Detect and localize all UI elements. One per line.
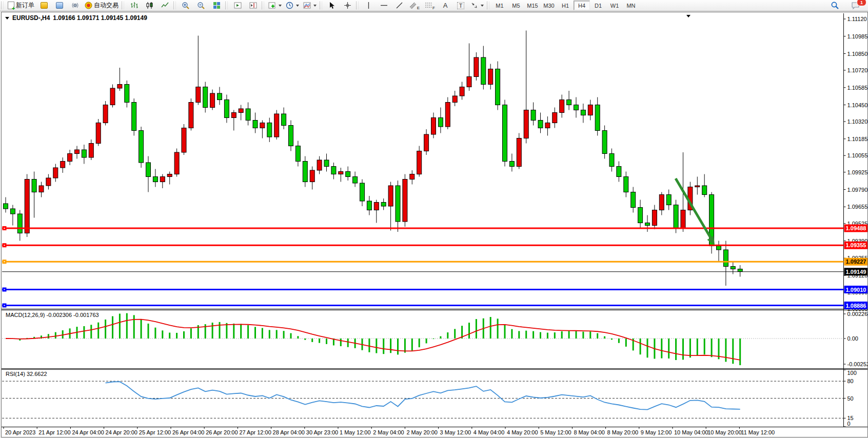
toolbar-grip (356, 2, 359, 9)
candle-up (182, 128, 186, 153)
time-tick-label: 8 May 04:00 (574, 429, 605, 435)
label-tool-icon: T (457, 2, 465, 9)
bars-chart-button[interactable] (126, 0, 142, 11)
line-handle-dot (4, 228, 5, 229)
zoom-out-button[interactable] (193, 0, 209, 11)
line-handle-dot (4, 289, 5, 290)
time-tick-label: 30 Apr 23:00 (306, 429, 338, 435)
signals-button[interactable] (67, 0, 83, 11)
candle-down (595, 105, 600, 131)
chart-shift-button[interactable] (245, 0, 261, 11)
toolbar-grip (1, 2, 4, 9)
candle-down (282, 114, 286, 126)
timeframe-d1-button[interactable]: D1 (590, 1, 606, 10)
toolbar-grip (225, 2, 228, 9)
cursor-button[interactable] (324, 0, 340, 11)
candles-chart-icon (146, 2, 153, 9)
line-chart-button[interactable] (157, 0, 172, 11)
tile-windows-button[interactable] (209, 0, 224, 11)
candle-down (567, 100, 571, 105)
crosshair-button[interactable] (340, 0, 355, 11)
rsi-tick-label: 80 (847, 378, 854, 384)
timeframe-h4-button[interactable]: H4 (574, 1, 590, 10)
candle-up (189, 103, 193, 128)
trendline-button[interactable] (391, 0, 407, 11)
candle-down (503, 105, 507, 162)
candle-down (132, 103, 136, 131)
line-handle-dot (4, 305, 5, 306)
chart-window[interactable]: 1.111201.109851.108501.107201.105851.104… (1, 12, 868, 437)
fibonacci-button[interactable]: F (422, 0, 438, 11)
candle-down (609, 154, 614, 167)
candle-up (467, 77, 471, 87)
channel-icon (409, 2, 417, 9)
terminal-button[interactable] (52, 0, 67, 11)
chart-background (2, 12, 867, 437)
time-tick-label: 25 Apr 12:00 (139, 429, 171, 435)
timeframe-h1-button[interactable]: H1 (557, 1, 574, 10)
candle-down (496, 69, 500, 105)
candle-up (260, 123, 265, 128)
candle-up (417, 151, 422, 174)
hline-button[interactable] (376, 0, 391, 11)
timeframe-m5-button[interactable]: M5 (508, 1, 524, 10)
vline-button[interactable] (361, 0, 376, 11)
autotrading-label: 自动交易 (94, 1, 119, 10)
candle-up (452, 96, 457, 103)
signals-icon (71, 2, 79, 9)
candle-up (403, 180, 407, 222)
timeframe-m1-button[interactable]: M1 (491, 1, 508, 10)
new-order-button[interactable]: + 新订单 (6, 0, 36, 11)
candle-up (517, 138, 521, 167)
search-button[interactable] (827, 0, 842, 11)
vertical-line-icon (365, 2, 372, 9)
zoom-in-icon (182, 2, 190, 10)
time-tick-label: 28 Apr 04:00 (273, 429, 305, 435)
templates-button[interactable] (301, 0, 319, 11)
chevron-down-icon (296, 5, 299, 7)
auto-scroll-button[interactable] (230, 0, 245, 11)
text-button[interactable]: A (438, 0, 453, 11)
notifications-button[interactable]: 1 (847, 0, 863, 11)
wallet-button[interactable] (36, 0, 52, 11)
autotrading-button[interactable]: 自动交易 (83, 0, 121, 11)
candle-up (110, 88, 115, 105)
timeframe-mn-button[interactable]: MN (623, 1, 639, 10)
candle-up (174, 152, 179, 174)
label-button[interactable]: T (453, 0, 468, 11)
candle-down (531, 110, 536, 121)
timeframe-m15-button[interactable]: M15 (524, 1, 541, 10)
candle-up (160, 177, 165, 182)
timeframe-w1-button[interactable]: W1 (606, 1, 623, 10)
new-order-icon: + (8, 2, 14, 9)
timeframe-m30-button[interactable]: M30 (541, 1, 557, 10)
arrows-button[interactable] (468, 0, 486, 11)
periods-button[interactable] (284, 0, 301, 11)
chart-menu-icon[interactable] (5, 17, 9, 19)
time-tick-label: 10 May 04:00 (674, 429, 708, 435)
candle-up (239, 109, 243, 113)
current-price-flag-label: 1.09149 (846, 269, 866, 275)
candle-up (424, 134, 429, 151)
zoom-out-icon (197, 2, 205, 10)
macd-tick-label: -0.002523 (847, 361, 868, 367)
time-tick-label: 1 May 12:00 (340, 429, 371, 435)
level-price-flag-label: 1.09010 (846, 287, 866, 293)
zoom-in-button[interactable] (178, 0, 193, 11)
candles-chart-button[interactable] (142, 0, 157, 11)
candle-down (267, 123, 272, 137)
toolbar-grip (262, 2, 264, 9)
time-tick-label: 5 May 12:00 (540, 429, 571, 435)
fibonacci-icon (425, 2, 432, 9)
channel-button[interactable]: E (407, 0, 422, 11)
fibonacci-glyph: F (432, 6, 435, 10)
candle-up (488, 69, 493, 85)
candle-down (717, 246, 721, 250)
candle-up (339, 172, 343, 174)
notification-badge: 1 (857, 0, 866, 6)
chart-canvas[interactable]: 1.111201.109851.108501.107201.105851.104… (2, 12, 867, 437)
chart-symbol-period: EURUSD-,H4 (12, 14, 50, 22)
candle-down (574, 105, 579, 110)
candle-up (96, 123, 101, 144)
indicators-button[interactable] (266, 0, 284, 11)
